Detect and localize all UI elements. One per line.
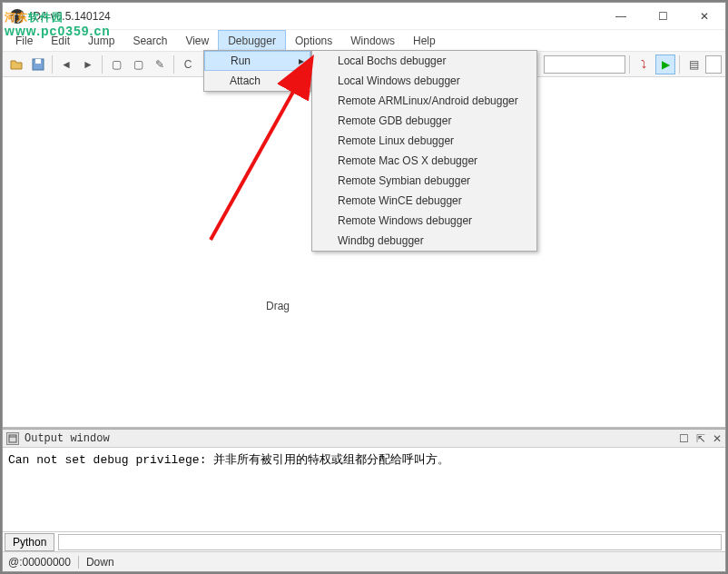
toolbar-separator xyxy=(629,55,630,74)
menu-help[interactable]: Help xyxy=(404,30,445,51)
menu-view[interactable]: View xyxy=(176,30,218,51)
step-into-icon[interactable]: ⤵ xyxy=(634,54,654,74)
search-text-icon[interactable]: ▢ xyxy=(106,54,126,74)
note-icon[interactable]: ✎ xyxy=(150,54,170,74)
submenu-attach[interactable]: Attach ▸ xyxy=(204,71,310,91)
statusbar: @:00000000 Down xyxy=(3,551,725,571)
maximize-button[interactable]: ☐ xyxy=(642,3,684,30)
run-item-remote-linux[interactable]: Remote Linux debugger xyxy=(312,131,536,151)
debugger-select[interactable] xyxy=(544,55,625,74)
open-icon[interactable] xyxy=(6,54,26,74)
app-icon xyxy=(10,9,25,24)
back-icon[interactable]: ◄ xyxy=(56,54,76,74)
menu-file[interactable]: File xyxy=(6,30,42,51)
run-submenu: Local Bochs debugger Local Windows debug… xyxy=(311,50,537,252)
status-state: Down xyxy=(86,556,114,569)
status-address: @:00000000 xyxy=(8,556,71,569)
menu-debugger[interactable]: Debugger xyxy=(218,30,286,51)
minimize-button[interactable]: — xyxy=(600,3,642,30)
output-title: Output window xyxy=(25,432,679,445)
svg-rect-1 xyxy=(35,59,41,64)
run-icon[interactable]: ▶ xyxy=(655,54,675,74)
window-title: IDA v6.5.140124 xyxy=(30,10,600,23)
output-icon xyxy=(6,432,19,445)
panel-restore-icon[interactable]: ☐ xyxy=(679,432,689,445)
chevron-right-icon: ▸ xyxy=(299,54,304,67)
run-item-remote-symbian[interactable]: Remote Symbian debugger xyxy=(312,171,536,191)
command-lang-label[interactable]: Python xyxy=(5,533,54,551)
toolbar-separator xyxy=(52,55,53,74)
svg-rect-2 xyxy=(9,435,16,442)
command-input[interactable] xyxy=(58,534,722,550)
run-item-local-windows[interactable]: Local Windows debugger xyxy=(312,71,536,91)
run-item-local-bochs[interactable]: Local Bochs debugger xyxy=(312,51,536,71)
chevron-right-icon: ▸ xyxy=(300,74,305,87)
windows-icon[interactable]: ▤ xyxy=(684,54,703,74)
run-item-remote-windows[interactable]: Remote Windows debugger xyxy=(312,211,536,231)
run-item-remote-arm[interactable]: Remote ARMLinux/Android debugger xyxy=(312,91,536,111)
search-bin-icon[interactable]: ▢ xyxy=(128,54,148,74)
output-text[interactable]: Can not set debug privilege: 并非所有被引用的特权或… xyxy=(3,448,725,531)
run-item-remote-gdb[interactable]: Remote GDB debugger xyxy=(312,111,536,131)
close-button[interactable]: ✕ xyxy=(684,3,725,30)
window-controls: — ☐ ✕ xyxy=(600,3,725,30)
titlebar: IDA v6.5.140124 — ☐ ✕ xyxy=(3,3,725,30)
menu-edit[interactable]: Edit xyxy=(42,30,79,51)
windows-dropdown[interactable] xyxy=(705,55,722,74)
submenu-attach-label: Attach xyxy=(230,74,261,87)
menu-search[interactable]: Search xyxy=(123,30,176,51)
run-item-windbg[interactable]: Windbg debugger xyxy=(312,231,536,251)
menubar: File Edit Jump Search View Debugger Opti… xyxy=(3,30,725,52)
panel-pin-icon[interactable]: ⇱ xyxy=(696,432,705,445)
code-icon[interactable]: C xyxy=(178,54,198,74)
toolbar-separator xyxy=(173,55,174,74)
drag-hint: Drag xyxy=(266,300,290,312)
app-window: IDA v6.5.140124 — ☐ ✕ File Edit Jump Sea… xyxy=(2,2,726,572)
menu-windows[interactable]: Windows xyxy=(341,30,404,51)
command-row: Python xyxy=(3,531,725,551)
debugger-submenu: Run ▸ Attach ▸ xyxy=(203,50,311,92)
forward-icon[interactable]: ► xyxy=(78,54,98,74)
submenu-run-label: Run xyxy=(231,54,251,67)
menu-jump[interactable]: Jump xyxy=(79,30,123,51)
run-item-remote-macosx[interactable]: Remote Mac OS X debugger xyxy=(312,151,536,171)
menu-options[interactable]: Options xyxy=(286,30,341,51)
output-header: Output window ☐ ⇱ ✕ xyxy=(3,430,725,448)
save-icon[interactable] xyxy=(28,54,48,74)
output-panel: Output window ☐ ⇱ ✕ Can not set debug pr… xyxy=(3,429,725,551)
toolbar-separator xyxy=(102,55,103,74)
run-item-remote-wince[interactable]: Remote WinCE debugger xyxy=(312,191,536,211)
toolbar-separator xyxy=(679,55,680,74)
submenu-run[interactable]: Run ▸ xyxy=(204,51,310,71)
panel-close-icon[interactable]: ✕ xyxy=(713,432,722,445)
